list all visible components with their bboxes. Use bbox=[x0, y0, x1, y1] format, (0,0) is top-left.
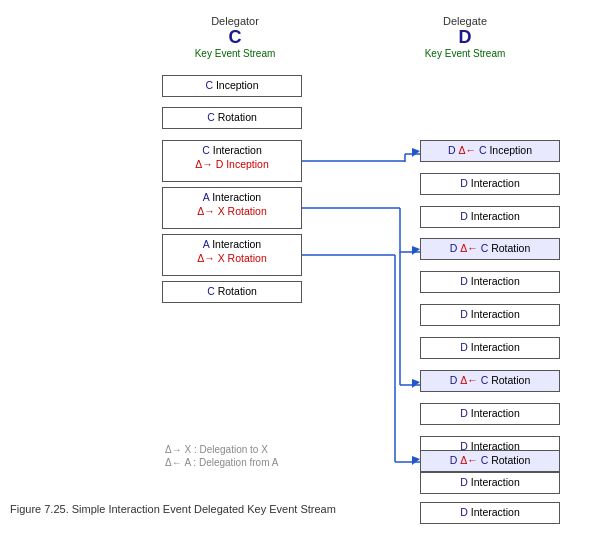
left-box-1: C Rotation bbox=[162, 107, 302, 129]
delegator-letter: C bbox=[165, 27, 305, 48]
svg-marker-13 bbox=[412, 456, 420, 465]
delegator-header: Delegator C Key Event Stream bbox=[165, 15, 305, 59]
delegate-header: Delegate D Key Event Stream bbox=[400, 15, 530, 59]
right-box-12: D Interaction bbox=[420, 502, 560, 524]
right-box-3: D Δ← C Rotation bbox=[420, 238, 560, 260]
left-box-3: A Interaction Δ→ X Rotation bbox=[162, 187, 302, 229]
legend: Δ→ X : Delegation to X Δ← A : Delegation… bbox=[165, 444, 278, 470]
svg-marker-11 bbox=[412, 246, 420, 255]
delegator-stream: Key Event Stream bbox=[165, 48, 305, 59]
svg-marker-12 bbox=[412, 379, 420, 388]
left-box-5: C Rotation bbox=[162, 281, 302, 303]
svg-marker-10 bbox=[412, 148, 420, 157]
legend-item-1: Δ→ X : Delegation to X bbox=[165, 444, 278, 455]
right-box-11: D Interaction bbox=[420, 472, 560, 494]
left-box-4: A Interaction Δ→ X Rotation bbox=[162, 234, 302, 276]
right-box-5: D Interaction bbox=[420, 304, 560, 326]
right-box-10: D Δ← C Rotation bbox=[420, 450, 560, 472]
right-box-1: D Interaction bbox=[420, 173, 560, 195]
right-box-0: D Δ← C Inception bbox=[420, 140, 560, 162]
delegator-role: Delegator bbox=[165, 15, 305, 27]
right-box-2: D Interaction bbox=[420, 206, 560, 228]
delegate-stream: Key Event Stream bbox=[400, 48, 530, 59]
legend-item-2: Δ← A : Delegation from A bbox=[165, 457, 278, 468]
right-box-8: D Interaction bbox=[420, 403, 560, 425]
diagram: Delegator C Key Event Stream Delegate D … bbox=[10, 10, 590, 520]
right-box-4: D Interaction bbox=[420, 271, 560, 293]
delegate-role: Delegate bbox=[400, 15, 530, 27]
left-box-2: C Interaction Δ→ D Inception bbox=[162, 140, 302, 182]
right-box-7: D Δ← C Rotation bbox=[420, 370, 560, 392]
delegate-letter: D bbox=[400, 27, 530, 48]
right-box-6: D Interaction bbox=[420, 337, 560, 359]
figure-caption: Figure 7.25. Simple Interaction Event De… bbox=[10, 503, 336, 515]
left-box-0: C Inception bbox=[162, 75, 302, 97]
